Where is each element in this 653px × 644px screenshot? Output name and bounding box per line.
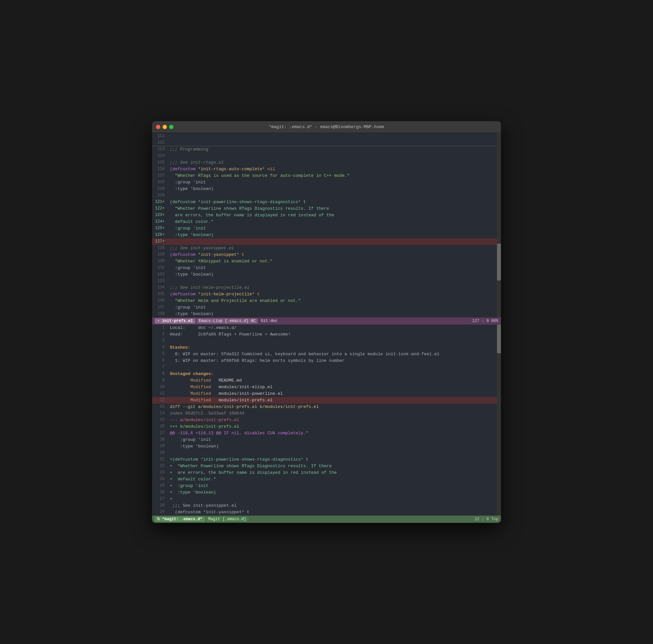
line: 13diff --git a/modules/init-prefs.el b/m…: [152, 404, 501, 410]
line: 137 :group 'init: [152, 304, 501, 311]
line-number: 128: [152, 245, 169, 252]
line-number: 112: [152, 140, 169, 146]
line-content: :group 'init: [169, 304, 501, 311]
scrollbar-track-bottom[interactable]: [497, 325, 501, 516]
line-number: 111: [152, 133, 169, 140]
line-content: :group 'init: [169, 179, 501, 186]
bottom-editor-pane[interactable]: 1Local: doc ~/.emacs.d/2Head: 2c8fa66 RT…: [152, 325, 501, 516]
line-content: Modified modules/init-elisp.el: [169, 384, 501, 390]
line-number: 132: [152, 271, 169, 278]
line-number: 4: [152, 344, 169, 351]
line-number: 133: [152, 278, 169, 284]
line-number: 27: [152, 496, 169, 502]
bottom-modeline: % *magit: .emacs.d* Magit [.emacs.d] 12 …: [152, 516, 501, 523]
line: 133: [152, 278, 501, 284]
line: 18 :group 'init: [152, 436, 501, 443]
line-number: 134: [152, 284, 169, 291]
line: 17@@ -118,6 +118,13 @@ IF nil, disables …: [152, 430, 501, 436]
line-content: 1: WIP on master: af89fb8 Rtags: helm so…: [169, 358, 501, 364]
top-editor-pane[interactable]: 111112113;;; Programming114115;;; See in…: [152, 133, 501, 317]
line-content: + "Whether Powerline shows RTags Diagnos…: [169, 463, 501, 470]
line: 24+ default color.": [152, 476, 501, 483]
line-number: 9: [152, 377, 169, 384]
line-content: [169, 338, 501, 344]
line: 119 :type 'boolean): [152, 186, 501, 192]
line-number: 21: [152, 456, 169, 463]
line-content: [169, 192, 501, 199]
line-number: 16: [152, 423, 169, 430]
line-content: "Whether Powerline shows RTags Diagnosti…: [169, 206, 501, 212]
modeline-git-top: Git:doc: [259, 318, 280, 324]
line: 4Stashes:: [152, 344, 501, 351]
line: 6 1: WIP on master: af89fb8 Rtags: helm …: [152, 358, 501, 364]
line: 127+: [152, 238, 501, 245]
line-number: 116: [152, 166, 169, 172]
line-content: diff --git a/modules/init-prefs.el b/mod…: [169, 404, 501, 410]
minimize-button[interactable]: [163, 125, 167, 129]
line-content: :group 'init: [169, 225, 501, 232]
line: 126+ :type 'boolean): [152, 232, 501, 238]
line-content: are errors, the buffer name is displayed…: [169, 212, 501, 219]
line-number: 8: [152, 371, 169, 377]
top-modeline: - init-prefs.el Emacs-Lisp [.emacs.d] AC…: [152, 317, 501, 325]
line-number: 7: [152, 364, 169, 371]
line: 19 :type 'boolean): [152, 443, 501, 450]
line-content: default color.": [169, 219, 501, 225]
modeline-file-bottom: % *magit: .emacs.d*: [155, 517, 205, 522]
line-number: 22: [152, 463, 169, 470]
line-number: 126+: [152, 232, 169, 238]
line-content: "Whether YASnippet is enabled or not.": [169, 258, 501, 265]
line-content: ;;; See init-yasnippet.el: [169, 502, 501, 509]
line-content: Unstaged changes:: [169, 371, 501, 377]
line: 27+: [152, 496, 501, 502]
line-content: [169, 278, 501, 284]
line-content: :type 'boolean): [169, 232, 501, 238]
line-content: Modified modules/init-powerline.el: [169, 390, 501, 397]
scrollbar-track-top[interactable]: [497, 133, 501, 317]
fullscreen-button[interactable]: [169, 125, 173, 129]
scrollbar-thumb-bottom[interactable]: [497, 325, 501, 353]
line: 130 "Whether YASnippet is enabled or not…: [152, 258, 501, 265]
line-number: 117: [152, 172, 169, 179]
line: 7: [152, 364, 501, 371]
line-content: Modified README.md: [169, 377, 501, 384]
line: 21+(defcustom *init-powerline-shows-rtag…: [152, 456, 501, 463]
line: 124+ default color.": [152, 219, 501, 225]
line-content: Stashes:: [169, 344, 501, 351]
line-number: 17: [152, 430, 169, 436]
bottom-editor-content: 1Local: doc ~/.emacs.d/2Head: 2c8fa66 RT…: [152, 325, 501, 516]
line-number: 129: [152, 252, 169, 258]
line: 3: [152, 338, 501, 344]
line: 136 "Whether Helm and Projectile are ena…: [152, 297, 501, 304]
line: 14index 05d57c2..5a33aef 100644: [152, 410, 501, 417]
line-content: [169, 153, 501, 159]
close-button[interactable]: [156, 125, 160, 129]
line: 113;;; Programming: [152, 146, 501, 153]
line: 123+ are errors, the buffer name is disp…: [152, 212, 501, 219]
line-number: 124+: [152, 219, 169, 225]
line-content: (defcustom *init-yasnippet* t: [169, 509, 501, 516]
line-number: 15: [152, 417, 169, 423]
line: 138 :type 'boolean): [152, 311, 501, 317]
line: 29 (defcustom *init-yasnippet* t: [152, 509, 501, 516]
line-content: [169, 133, 501, 140]
line-content: [169, 238, 501, 245]
modeline-mode-bottom: Magit [.emacs.d]: [207, 517, 248, 522]
traffic-lights: [156, 125, 173, 129]
line-number: 120: [152, 192, 169, 199]
line-number: 113: [152, 146, 169, 153]
line: 16+++ b/modules/init-prefs.el: [152, 423, 501, 430]
modeline-pos-top: 127 : 0 66%: [472, 319, 498, 323]
scrollbar-thumb-top[interactable]: [497, 244, 501, 281]
line-content: [169, 450, 501, 456]
line-content: :group 'init: [169, 265, 501, 271]
line-number: 6: [152, 358, 169, 364]
titlebar: *magit: .emacs.d* - emacs@Bloombergs-MBP…: [152, 121, 501, 133]
line: 128;;; See init-yasnippet.el: [152, 245, 501, 252]
line-content: :type 'boolean): [169, 311, 501, 317]
line-content: +(defcustom *init-powerline-shows-rtags-…: [169, 456, 501, 463]
line-content: (defcustom *init-helm-projectile* t: [169, 291, 501, 297]
line-number: 121+: [152, 199, 169, 206]
line-number: 25: [152, 483, 169, 489]
line: 111: [152, 133, 501, 140]
